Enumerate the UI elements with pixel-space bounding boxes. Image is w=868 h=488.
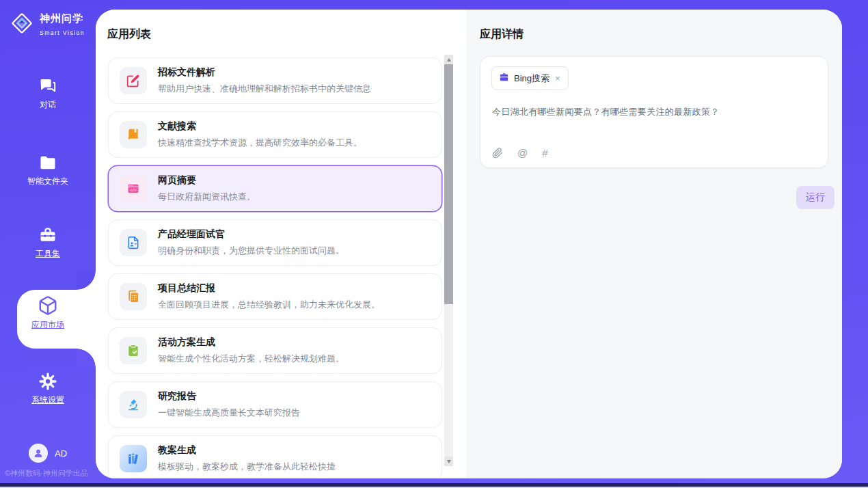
app-title: 活动方案生成 <box>158 336 344 349</box>
avatar <box>29 444 48 463</box>
microscope-icon <box>120 391 147 418</box>
sidebar-item-label: 系统设置 <box>0 394 96 406</box>
app-title: 教案生成 <box>158 444 336 457</box>
active-nav-curve-top <box>77 271 96 290</box>
active-nav-curve-bottom <box>77 349 96 368</box>
sidebar-item-chat[interactable]: 对话 <box>0 77 96 111</box>
hash-icon[interactable]: # <box>542 147 547 159</box>
book-icon <box>120 121 147 148</box>
svg-text:</>: </> <box>130 188 137 192</box>
app-desc: 一键智能生成高质量长文本研究报告 <box>158 407 300 419</box>
app-desc: 帮助用户快速、准确地理解和解析招标书中的关键信息 <box>158 83 371 95</box>
app-title: 招标文件解析 <box>158 66 371 79</box>
toolbox-icon <box>0 226 96 245</box>
sidebar-item-app-market[interactable]: 应用市场 <box>0 295 96 331</box>
app-card-research-report[interactable]: 研究报告 一键智能生成高质量长文本研究报告 <box>108 381 442 428</box>
app-desc: 快速精准查找学术资源，提高研究效率的必备工具。 <box>158 137 362 149</box>
user-name: AD <box>55 448 67 459</box>
brand-diamond-icon <box>10 11 34 38</box>
app-card-literature-search[interactable]: 文献搜索 快速精准查找学术资源，提高研究效率的必备工具。 <box>108 111 442 158</box>
app-title: 文献搜索 <box>158 120 362 133</box>
app-card-web-summary[interactable]: </> 网页摘要 每日政府新闻资讯快查。 <box>108 165 442 212</box>
app-card-lesson-plan[interactable]: 教案生成 模板驱动，教案秒成，教学准备从此轻松快捷 <box>108 435 442 478</box>
sidebar-item-label: 智能文件夹 <box>0 176 96 187</box>
books-icon <box>120 445 147 472</box>
scrollbar-down-arrow[interactable] <box>444 457 453 466</box>
app-detail-title: 应用详情 <box>480 27 524 42</box>
prompt-toolbar: @ # <box>492 147 548 159</box>
chat-icon <box>0 77 96 96</box>
app-list-title: 应用列表 <box>107 27 151 42</box>
app-desc: 每日政府新闻资讯快查。 <box>158 191 256 203</box>
app-detail-panel: 应用详情 Bing搜索 × 今日湖北有哪些新闻要点？有哪些需要关注的最新政策？ <box>466 10 842 478</box>
briefcase-icon <box>499 72 509 85</box>
run-button[interactable]: 运行 <box>796 186 835 209</box>
app-card-project-summary[interactable]: 项目总结汇报 全面回顾项目进展，总结经验教训，助力未来优化发展。 <box>108 273 442 320</box>
attachment-icon[interactable] <box>492 148 503 159</box>
gear-icon <box>0 372 96 391</box>
app-list-panel: 应用列表 招标文件解析 帮助用户快速、准确地理解和解析招标书中的关键信息 <box>96 10 466 478</box>
close-icon[interactable]: × <box>554 74 561 83</box>
sidebar-item-label: 应用市场 <box>0 319 96 331</box>
app-list: 招标文件解析 帮助用户快速、准确地理解和解析招标书中的关键信息 文献搜索 快速精… <box>108 57 442 478</box>
brand-name: 神州问学 <box>40 12 83 24</box>
sidebar-item-settings[interactable]: 系统设置 <box>0 372 96 406</box>
brand-subtitle: Smart Vision <box>40 29 85 36</box>
app-title: 产品经理面试官 <box>158 228 344 241</box>
scrollbar-thumb[interactable] <box>444 64 453 304</box>
main-panel: 应用列表 招标文件解析 帮助用户快速、准确地理解和解析招标书中的关键信息 <box>96 10 842 478</box>
app-desc: 明确身份和职责，为您提供专业性的面试问题。 <box>158 245 344 257</box>
resume-icon <box>120 229 147 256</box>
web-code-icon: </> <box>120 175 147 202</box>
app-logo: 神州问学 Smart Vision <box>10 11 96 38</box>
prompt-card: Bing搜索 × 今日湖北有哪些新闻要点？有哪些需要关注的最新政策？ @ # <box>480 56 828 168</box>
app-card-pm-interviewer[interactable]: 产品经理面试官 明确身份和职责，为您提供专业性的面试问题。 <box>108 219 442 266</box>
clipboard-check-icon <box>120 337 147 364</box>
sidebar: 神州问学 Smart Vision 对话 智能文件夹 <box>0 0 96 488</box>
app-title: 研究报告 <box>158 390 300 403</box>
folder-icon <box>0 153 96 172</box>
app-desc: 模板驱动，教案秒成，教学准备从此轻松快捷 <box>158 461 336 473</box>
user-account[interactable]: AD <box>0 444 96 463</box>
app-card-bid-document-analysis[interactable]: 招标文件解析 帮助用户快速、准确地理解和解析招标书中的关键信息 <box>108 57 442 104</box>
copyright-footer: ©神州数码·神州问学出品 <box>5 468 88 478</box>
report-docs-icon <box>120 283 147 310</box>
scrollbar-up-arrow[interactable] <box>444 55 453 64</box>
app-desc: 全面回顾项目进展，总结经验教训，助力未来优化发展。 <box>158 299 380 311</box>
app-title: 网页摘要 <box>158 174 256 187</box>
tool-tag-bing-search[interactable]: Bing搜索 × <box>491 66 569 90</box>
sidebar-item-smart-folder[interactable]: 智能文件夹 <box>0 153 96 187</box>
sidebar-item-toolset[interactable]: 工具集 <box>0 226 96 260</box>
cube-icon <box>0 295 96 316</box>
sidebar-item-label: 对话 <box>0 99 96 111</box>
app-card-event-plan[interactable]: 活动方案生成 智能生成个性化活动方案，轻松解决规划难题。 <box>108 327 442 374</box>
tool-tag-label: Bing搜索 <box>514 72 550 85</box>
app-list-scrollbar[interactable] <box>444 55 453 466</box>
sidebar-item-label: 工具集 <box>0 248 96 260</box>
edit-document-icon <box>120 67 147 94</box>
mention-icon[interactable]: @ <box>517 147 528 159</box>
app-title: 项目总结汇报 <box>158 282 380 295</box>
app-desc: 智能生成个性化活动方案，轻松解决规划难题。 <box>158 353 344 365</box>
prompt-input[interactable]: 今日湖北有哪些新闻要点？有哪些需要关注的最新政策？ <box>492 106 817 118</box>
